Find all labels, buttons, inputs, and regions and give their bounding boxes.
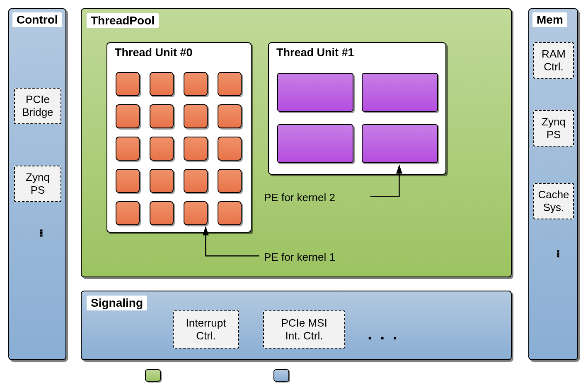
- pe-orange: [150, 201, 174, 225]
- thread-unit-1: Thread Unit #1: [268, 42, 446, 175]
- pe-orange: [116, 201, 140, 225]
- ellipsis-icon: ···: [32, 228, 50, 236]
- signaling-panel: Signaling Interrupt Ctrl. PCIe MSI Int. …: [81, 291, 512, 360]
- pe-purple: [362, 73, 438, 112]
- pe-orange: [184, 201, 208, 225]
- pe-kernel-1-label: PE for kernel 1: [264, 251, 335, 264]
- thread-unit-0-title: Thread Unit #0: [111, 46, 197, 60]
- pe-orange: [150, 137, 174, 161]
- pe-purple: [277, 73, 353, 112]
- mem-item-ram: RAM Ctrl.: [533, 42, 574, 79]
- threadpool-panel: ThreadPool Thread Unit #0: [81, 8, 512, 277]
- pe-orange: [150, 169, 174, 193]
- mem-item-cache: Cache Sys.: [533, 183, 574, 219]
- signaling-item-pcie-msi: PCIe MSI Int. Ctrl.: [263, 310, 345, 349]
- pe-orange: [218, 201, 242, 225]
- control-panel: Control PCIe Bridge Zynq PS ···: [8, 8, 66, 360]
- thread-unit-1-title: Thread Unit #1: [272, 46, 358, 60]
- pe-orange: [116, 72, 140, 96]
- legend-blue: [273, 369, 289, 382]
- architecture-diagram: Control PCIe Bridge Zynq PS ··· Mem RAM …: [8, 8, 580, 384]
- pe-orange: [150, 72, 174, 96]
- pe-orange: [116, 169, 140, 193]
- pe-orange: [184, 169, 208, 193]
- signaling-title: Signaling: [87, 296, 147, 310]
- control-title: Control: [12, 12, 62, 27]
- pe-orange: [116, 137, 140, 161]
- pe-orange: [150, 104, 174, 128]
- pe-orange: [218, 137, 242, 161]
- pe-orange: [218, 104, 242, 128]
- pe-orange: [184, 72, 208, 96]
- pe-orange: [218, 169, 242, 193]
- ellipsis-icon: ···: [549, 249, 566, 257]
- pe-orange: [218, 72, 242, 96]
- mem-item-zynq: Zynq PS: [533, 110, 574, 147]
- signaling-item-interrupt: Interrupt Ctrl.: [173, 310, 239, 349]
- thread-unit-0: Thread Unit #0: [106, 42, 252, 233]
- legend-green: [145, 369, 161, 382]
- pe-orange: [184, 104, 208, 128]
- control-item-pcie: PCIe Bridge: [14, 88, 61, 124]
- threadpool-title: ThreadPool: [87, 13, 159, 28]
- mem-title: Mem: [532, 12, 567, 27]
- mem-panel: Mem RAM Ctrl. Zynq PS Cache Sys. ···: [528, 8, 578, 360]
- pe-kernel-2-label: PE for kernel 2: [264, 191, 335, 204]
- pe-orange: [116, 104, 140, 128]
- control-item-zynq: Zynq PS: [14, 166, 61, 202]
- ellipsis-icon: . . .: [368, 325, 399, 343]
- pe-orange: [184, 137, 208, 161]
- pe-purple: [362, 124, 438, 163]
- pe-purple: [277, 124, 353, 163]
